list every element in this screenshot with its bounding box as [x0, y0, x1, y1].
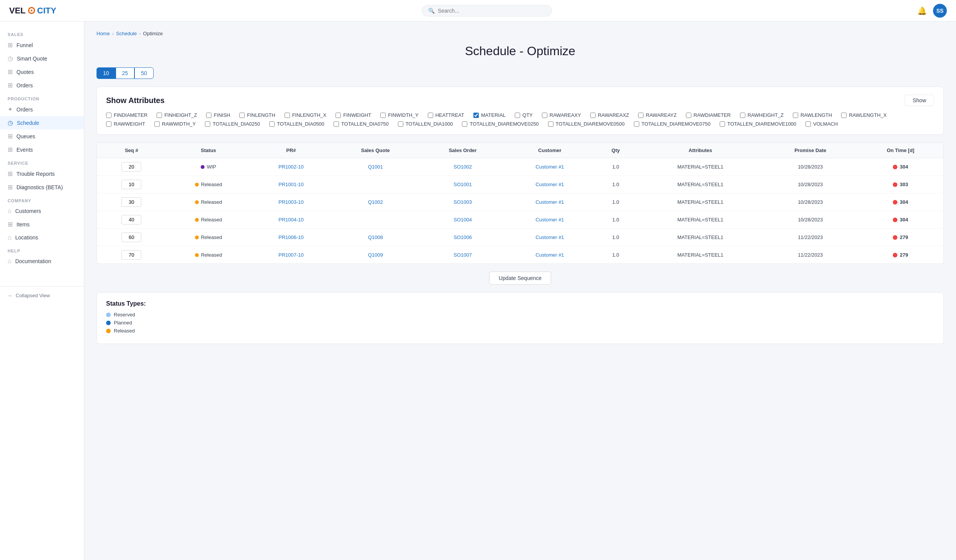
checkbox-input-1[interactable]	[157, 113, 162, 118]
checkbox-input-15[interactable]	[793, 113, 798, 118]
sidebar-item-quotes[interactable]: ⊞Quotes	[0, 65, 84, 79]
pagination-button-10[interactable]: 10	[97, 67, 116, 79]
row-4-seq	[97, 229, 166, 246]
checkbox-input-26[interactable]	[720, 121, 725, 127]
seq-input-4[interactable]	[121, 233, 141, 242]
pr-link-5[interactable]: PR1007-10	[278, 252, 304, 258]
seq-input-5[interactable]	[121, 250, 141, 260]
sq-link-2[interactable]: Q1002	[368, 199, 383, 205]
pagination-button-25[interactable]: 25	[116, 67, 135, 79]
sidebar-item-funnel[interactable]: ⊞Funnel	[0, 38, 84, 52]
table-row: ReleasedPR1001-10SO1001Customer #11.0MAT…	[97, 176, 943, 193]
so-link-5[interactable]: SO1007	[453, 252, 472, 258]
checkbox-input-8[interactable]	[473, 113, 479, 118]
search-input[interactable]	[438, 8, 545, 14]
avatar[interactable]: SS	[933, 4, 947, 18]
checkbox-input-18[interactable]	[154, 121, 160, 127]
pagination-button-50[interactable]: 50	[134, 67, 154, 79]
so-link-0[interactable]: SO1002	[453, 164, 472, 170]
customer-link-3[interactable]: Customer #1	[535, 217, 564, 223]
sidebar-icon-1: ◷	[8, 55, 13, 62]
checkbox-rawheight_z: RAWHEIGHT_Z	[740, 112, 784, 118]
collapsed-view-button[interactable]: ← Collapsed View	[0, 286, 84, 305]
checkbox-input-20[interactable]	[269, 121, 275, 127]
checkbox-input-7[interactable]	[428, 113, 433, 118]
pr-link-0[interactable]: PR1002-10	[278, 164, 304, 170]
checkbox-input-6[interactable]	[380, 113, 386, 118]
sq-link-0[interactable]: Q1001	[368, 164, 383, 170]
customer-link-2[interactable]: Customer #1	[535, 199, 564, 205]
checkbox-input-24[interactable]	[548, 121, 553, 127]
checkbox-input-21[interactable]	[334, 121, 339, 127]
seq-input-3[interactable]	[121, 215, 141, 224]
so-link-2[interactable]: SO1003	[453, 199, 472, 205]
pr-link-2[interactable]: PR1003-10	[278, 199, 304, 205]
breadcrumb-home[interactable]: Home	[97, 31, 110, 36]
row-3-on-time: 304	[858, 211, 943, 229]
so-link-4[interactable]: SO1006	[453, 234, 472, 240]
checkbox-input-25[interactable]	[634, 121, 639, 127]
customer-link-4[interactable]: Customer #1	[535, 234, 564, 240]
sidebar-item-items[interactable]: ⊞Items	[0, 218, 84, 231]
sq-link-5[interactable]: Q1009	[368, 252, 383, 258]
checkbox-input-3[interactable]	[239, 113, 245, 118]
seq-input-0[interactable]	[121, 162, 141, 172]
so-link-3[interactable]: SO1004	[453, 217, 472, 223]
checkbox-input-12[interactable]	[638, 113, 643, 118]
pr-link-3[interactable]: PR1004-10	[278, 217, 304, 223]
sidebar-item-events[interactable]: ⊞Events	[0, 143, 84, 156]
row-1-seq	[97, 176, 166, 193]
show-button[interactable]: Show	[905, 95, 934, 106]
customer-link-5[interactable]: Customer #1	[535, 252, 564, 258]
col-header-seq-#: Seq #	[97, 143, 166, 158]
status-dot-4	[195, 236, 199, 239]
sq-link-4[interactable]: Q1008	[368, 234, 383, 240]
checkbox-input-2[interactable]	[206, 113, 211, 118]
checkbox-input-11[interactable]	[590, 113, 596, 118]
sidebar-item-locations[interactable]: ⌂Locations	[0, 231, 84, 244]
checkbox-input-0[interactable]	[106, 113, 111, 118]
seq-input-1[interactable]	[121, 180, 141, 189]
sidebar-item-orders[interactable]: ⊞Orders	[0, 79, 84, 92]
sidebar-item-schedule[interactable]: ◷Schedule	[0, 116, 84, 129]
sidebar-item-customers[interactable]: ⌂Customers	[0, 205, 84, 218]
so-link-1[interactable]: SO1001	[453, 182, 472, 187]
checkbox-finwidth_y: FINWIDTH_Y	[380, 112, 418, 118]
row-0-attributes: MATERIAL=STEEL1	[638, 158, 763, 176]
row-4-qty: 1.0	[594, 229, 638, 246]
checkbox-input-19[interactable]	[205, 121, 210, 127]
checkbox-rawareayz: RAWAREAYZ	[638, 112, 676, 118]
checkbox-label-8: MATERIAL	[481, 112, 506, 118]
checkbox-input-17[interactable]	[106, 121, 111, 127]
sidebar-item-documentation[interactable]: ⌂Documentation	[0, 255, 84, 268]
row-2-promise-date: 10/28/2023	[763, 193, 858, 211]
sidebar-item-smart-quote[interactable]: ◷Smart Quote	[0, 52, 84, 65]
status-label-3: Released	[201, 217, 222, 223]
breadcrumb-schedule[interactable]: Schedule	[116, 31, 137, 36]
checkbox-input-22[interactable]	[398, 121, 403, 127]
sidebar-item-queues[interactable]: ⊞Queues	[0, 129, 84, 143]
checkbox-input-23[interactable]	[462, 121, 467, 127]
pr-link-1[interactable]: PR1001-10	[278, 182, 304, 187]
checkbox-input-14[interactable]	[740, 113, 745, 118]
checkbox-input-9[interactable]	[515, 113, 520, 118]
customer-link-0[interactable]: Customer #1	[535, 164, 564, 170]
update-sequence-button[interactable]: Update Sequence	[489, 272, 551, 285]
sidebar-item-orders[interactable]: ✦Orders	[0, 103, 84, 116]
checkbox-input-10[interactable]	[542, 113, 547, 118]
st-label-planned: Planned	[114, 320, 132, 326]
checkbox-input-4[interactable]	[285, 113, 290, 118]
customer-link-1[interactable]: Customer #1	[535, 182, 564, 187]
sidebar-item-trouble-reports[interactable]: ⊞Trouble Reports	[0, 167, 84, 180]
checkbox-input-5[interactable]	[336, 113, 341, 118]
seq-input-2[interactable]	[121, 197, 141, 207]
sidebar-item-diagnostics-(beta)[interactable]: ⊞Diagnostics (BETA)	[0, 180, 84, 194]
st-dot-planned	[106, 321, 111, 325]
row-3-sales-order: SO1004	[419, 211, 506, 229]
checkbox-input-13[interactable]	[686, 113, 691, 118]
pr-link-4[interactable]: PR1006-10	[278, 234, 304, 240]
row-1-sales-order: SO1001	[419, 176, 506, 193]
checkbox-input-16[interactable]	[841, 113, 846, 118]
checkbox-input-27[interactable]	[805, 121, 811, 127]
bell-icon[interactable]: 🔔	[917, 6, 927, 15]
